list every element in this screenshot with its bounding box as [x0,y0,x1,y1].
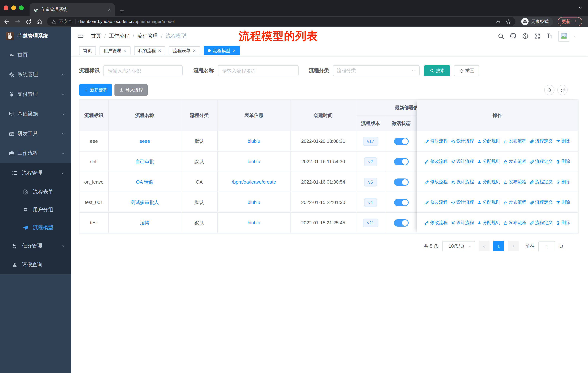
sidebar-item-devtools[interactable]: 研发工具 [0,124,71,143]
action-modify-link[interactable]: 修改流程 [425,159,448,165]
form-info-link[interactable]: /bpm/oa/leave/create [232,179,276,185]
close-icon[interactable]: ✕ [123,48,126,53]
form-info-link[interactable]: biubiu [248,138,260,144]
process-name-link[interactable]: eeee [139,138,150,144]
action-modify-link[interactable]: 修改流程 [425,220,448,226]
breadcrumb-home[interactable]: 首页 [91,33,101,39]
sidebar-item-user-group[interactable]: 用户分组 [0,201,71,219]
bookmark-star-icon[interactable] [506,19,511,24]
tag-home[interactable]: 首页 [79,46,96,55]
key-icon[interactable] [495,19,501,24]
active-switch[interactable] [394,158,409,165]
tag-process-model[interactable]: 流程模型 ✕ [204,46,240,55]
tab-list-chevron-icon[interactable] [578,5,583,10]
process-name-input[interactable] [218,65,299,76]
action-modify-link[interactable]: 修改流程 [425,138,448,144]
forward-button[interactable] [15,18,21,25]
font-size-icon[interactable] [546,32,553,39]
action-definition-link[interactable]: 流程定义 [530,220,553,226]
tag-my-process[interactable]: 我的流程 ✕ [134,46,165,55]
app-logo[interactable]: 芋道管理系统 [0,27,71,45]
form-info-link[interactable]: biubiu [248,200,260,205]
sidebar-item-leave-query[interactable]: 请假查询 [0,255,71,274]
action-modify-link[interactable]: 修改流程 [425,199,448,205]
sidebar-item-payment[interactable]: 支付管理 [0,84,71,104]
action-deploy-link[interactable]: 发布流程 [504,199,526,205]
sidebar-item-system[interactable]: 系统管理 [0,65,71,84]
search-button[interactable]: 搜索 [424,65,450,76]
close-icon[interactable]: ✕ [232,48,236,53]
help-icon[interactable] [522,33,529,39]
action-design-link[interactable]: 设计流程 [451,220,474,226]
action-delete-link[interactable]: 删除 [556,179,570,185]
action-delete-link[interactable]: 删除 [556,199,570,205]
back-button[interactable] [4,18,10,25]
process-name-link[interactable]: OA 请假 [136,179,153,184]
minimize-window-button[interactable] [11,5,16,10]
fullscreen-icon[interactable] [534,33,541,39]
sidebar-item-process-management[interactable]: 流程管理 [0,163,71,183]
next-page-button[interactable] [508,241,519,251]
maximize-window-button[interactable] [19,5,24,10]
form-info-link[interactable]: biubiu [248,159,260,164]
browser-menu-dots-icon[interactable] [573,19,578,24]
active-switch[interactable] [394,219,409,226]
tag-process-form[interactable]: 流程表单 ✕ [169,46,200,55]
process-name-link[interactable]: 自己审批 [135,159,154,164]
avatar[interactable] [558,30,569,41]
action-definition-link[interactable]: 流程定义 [530,179,553,185]
action-delete-link[interactable]: 删除 [556,220,570,226]
sidebar-item-task-management[interactable]: 任务管理 [0,236,71,255]
process-id-input[interactable] [103,65,183,76]
action-definition-link[interactable]: 流程定义 [530,159,553,165]
action-deploy-link[interactable]: 发布流程 [504,159,526,165]
new-tab-button[interactable] [119,8,125,13]
goto-page-input[interactable] [538,241,555,251]
sidebar-item-process-form[interactable]: 流程表单 [0,183,71,201]
action-assign-rule-link[interactable]: 分配规则 [477,199,500,205]
action-definition-link[interactable]: 流程定义 [530,199,553,205]
home-button[interactable] [36,18,42,25]
close-icon[interactable]: ✕ [193,48,196,53]
action-deploy-link[interactable]: 发布流程 [504,179,526,185]
page-size-select[interactable]: 10条/页 [442,241,475,251]
action-modify-link[interactable]: 修改流程 [425,179,448,185]
refresh-table-button[interactable] [557,85,567,95]
page-number-1[interactable]: 1 [493,241,504,251]
active-switch[interactable] [394,178,409,186]
sidebar-item-home[interactable]: 首页 [0,45,71,65]
create-process-button[interactable]: 新建流程 [79,84,112,96]
close-icon[interactable]: ✕ [158,48,161,53]
sidebar-item-workflow[interactable]: 工作流程 [0,143,71,163]
action-design-link[interactable]: 设计流程 [451,199,474,205]
form-info-link[interactable]: biubiu [248,220,260,225]
import-process-button[interactable]: 导入流程 [115,84,148,96]
breadcrumb-workflow[interactable]: 工作流程 [109,33,129,39]
tab-close-icon[interactable] [107,8,111,12]
action-assign-rule-link[interactable]: 分配规则 [477,179,500,185]
process-name-link[interactable]: 测试多审批人 [130,200,159,205]
close-window-button[interactable] [4,5,8,10]
breadcrumb-process-management[interactable]: 流程管理 [137,33,158,39]
action-design-link[interactable]: 设计流程 [451,159,474,165]
action-assign-rule-link[interactable]: 分配规则 [477,220,500,226]
active-switch[interactable] [394,138,409,145]
toggle-search-button[interactable] [544,85,555,95]
address-bar[interactable]: 不安全 dashboard.yudao.iocoder.cn/bpm/manag… [47,17,515,26]
browser-tab[interactable]: 芋道管理系统 [30,3,115,16]
action-assign-rule-link[interactable]: 分配规则 [477,159,500,165]
process-category-select[interactable]: 流程分类 [333,65,420,76]
action-delete-link[interactable]: 删除 [556,159,570,165]
action-assign-rule-link[interactable]: 分配规则 [477,138,500,144]
sidebar-item-process-model[interactable]: 流程模型 [0,219,71,236]
github-icon[interactable] [510,32,516,39]
action-design-link[interactable]: 设计流程 [451,179,474,185]
browser-update-pill[interactable]: 更新 [558,17,582,26]
active-switch[interactable] [394,199,409,206]
avatar-caret-down-icon[interactable] [573,34,577,38]
reset-button[interactable]: 重置 [454,65,479,76]
search-icon[interactable] [498,33,504,39]
action-deploy-link[interactable]: 发布流程 [504,138,526,144]
action-delete-link[interactable]: 删除 [556,138,570,144]
reload-button[interactable] [26,19,31,24]
